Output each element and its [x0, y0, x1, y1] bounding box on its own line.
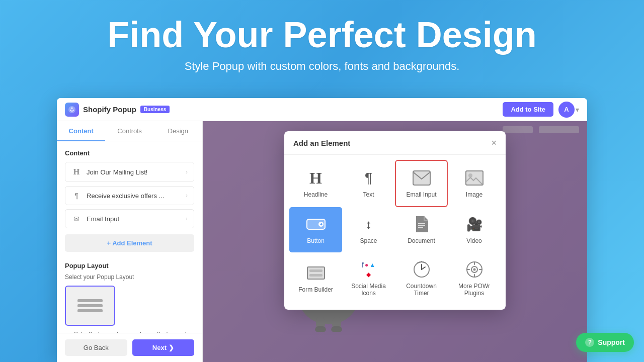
modal-item-label: Email Input — [406, 191, 436, 198]
list-item[interactable]: ✉ Email Input › — [65, 209, 194, 228]
svg-point-31 — [473, 268, 475, 271]
image-icon — [464, 169, 485, 187]
select-popup-label: Select your Popup Layout — [65, 274, 194, 281]
modal-item-label: Image — [466, 191, 482, 198]
social-icons-icon: f ● ▲ ◆ — [360, 260, 378, 279]
popup-layout-section: Popup Layout Select your Popup Layout — [65, 262, 194, 333]
modal-item-label: Headline — [304, 191, 328, 198]
app-name: Shopify Popup — [83, 105, 136, 114]
list-item[interactable]: ¶ Receive exclusive offers ... › — [65, 186, 194, 205]
modal-item-label: Video — [466, 237, 481, 244]
add-element-button[interactable]: + Add Element — [65, 234, 194, 252]
content-item-label: Email Input — [87, 215, 186, 223]
sidebar: Content Controls Design Content H Join O… — [57, 121, 203, 362]
chevron-right-icon: › — [186, 192, 188, 199]
modal-item-document[interactable]: Document — [395, 207, 448, 252]
space-icon: ↕ — [359, 215, 379, 233]
hero-section: Find Your Perfect Design Style Popup wit… — [0, 0, 644, 83]
modal-item-email[interactable]: Email Input — [395, 160, 448, 207]
go-back-button[interactable]: Go Back — [65, 339, 127, 356]
hero-title: Find Your Perfect Design — [10, 15, 634, 55]
modal-item-image[interactable]: Image — [448, 160, 501, 207]
email-icon: ✉ — [71, 215, 82, 223]
modal-item-button[interactable]: Button — [289, 207, 342, 252]
modal-item-space[interactable]: ↕ Space — [342, 207, 395, 252]
form-builder-icon — [306, 264, 326, 282]
support-label: Support — [598, 338, 625, 346]
avatar[interactable]: A — [558, 102, 575, 118]
headline-icon: H — [306, 169, 326, 187]
tab-bar: Content Controls Design — [57, 121, 202, 141]
content-item-label: Receive exclusive offers ... — [87, 192, 186, 200]
modal-item-label: Text — [363, 191, 374, 198]
list-item[interactable]: H Join Our Mailing List! › — [65, 162, 194, 182]
content-section-label: Content — [65, 149, 194, 157]
sidebar-body: Content H Join Our Mailing List! › ¶ Rec… — [57, 141, 202, 333]
button-icon — [306, 215, 326, 233]
svg-rect-25 — [307, 267, 325, 279]
modal-item-label: Document — [408, 237, 435, 244]
support-icon: ? — [585, 338, 594, 347]
add-element-modal: Add an Element × H Headline ¶ Text — [284, 131, 506, 310]
svg-rect-27 — [309, 274, 323, 277]
headline-icon: H — [71, 167, 82, 176]
sidebar-footer: Go Back Next ❯ — [57, 333, 202, 362]
modal-item-label: More POWr Plugins — [453, 283, 496, 297]
chevron-right-icon: › — [186, 168, 188, 175]
modal-item-social[interactable]: f ● ▲ ◆ Social Media Icons — [342, 252, 395, 305]
modal-close-button[interactable]: × — [491, 138, 497, 147]
modal-item-label: Button — [307, 237, 325, 244]
modal-item-form[interactable]: Form Builder — [289, 252, 342, 305]
modal-item-countdown[interactable]: Countdown Timer — [395, 252, 448, 305]
hero-subtitle: Style Popup with custom colors, fonts an… — [10, 60, 634, 73]
modal-item-text[interactable]: ¶ Text — [342, 160, 395, 207]
main-content: Content Controls Design Content H Join O… — [57, 121, 587, 362]
app-window: Shopify Popup Business Add to Site A ▾ C… — [57, 98, 587, 362]
email-envelope-icon — [412, 169, 432, 187]
modal-header: Add an Element × — [284, 131, 506, 155]
text-icon: ¶ — [71, 192, 82, 200]
top-bar: Shopify Popup Business Add to Site A ▾ — [57, 98, 587, 121]
tab-design[interactable]: Design — [154, 121, 202, 141]
svg-point-1 — [71, 107, 73, 109]
popup-layout-label: Popup Layout — [65, 262, 194, 269]
modal-title: Add an Element — [293, 139, 350, 147]
modal-item-label: Form Builder — [298, 286, 333, 293]
modal-item-video[interactable]: 🎥 Video — [448, 207, 501, 252]
modal-item-headline[interactable]: H Headline — [289, 160, 342, 207]
chevron-right-icon: › — [186, 215, 188, 222]
svg-rect-20 — [413, 171, 430, 185]
modal-item-label: Space — [360, 237, 377, 244]
svg-rect-26 — [309, 269, 323, 272]
video-icon: 🎥 — [464, 215, 485, 233]
modal-item-label: Countdown Timer — [400, 283, 443, 297]
tab-content[interactable]: Content — [57, 121, 105, 141]
svg-point-0 — [68, 106, 75, 113]
app-logo — [65, 103, 79, 117]
modal-item-label: Social Media Icons — [347, 283, 390, 297]
text-pilcrow-icon: ¶ — [359, 169, 379, 187]
add-to-site-button[interactable]: Add to Site — [503, 102, 553, 117]
chevron-down-icon[interactable]: ▾ — [576, 106, 579, 114]
business-badge: Business — [140, 106, 170, 113]
modal-grid: H Headline ¶ Text — [284, 155, 506, 310]
tab-controls[interactable]: Controls — [105, 121, 153, 141]
layout-option-selected[interactable] — [65, 286, 115, 326]
modal-item-plugins[interactable]: More POWr Plugins — [448, 252, 501, 305]
countdown-icon — [412, 260, 432, 279]
plugins-icon — [464, 260, 485, 279]
preview-area: ✕ ist! ht to your — [203, 121, 587, 362]
modal-overlay[interactable]: Add an Element × H Headline ¶ Text — [203, 121, 587, 362]
document-icon — [412, 215, 432, 233]
content-item-label: Join Our Mailing List! — [87, 168, 186, 176]
support-button[interactable]: ? Support — [576, 333, 634, 352]
next-button[interactable]: Next ❯ — [132, 339, 195, 356]
